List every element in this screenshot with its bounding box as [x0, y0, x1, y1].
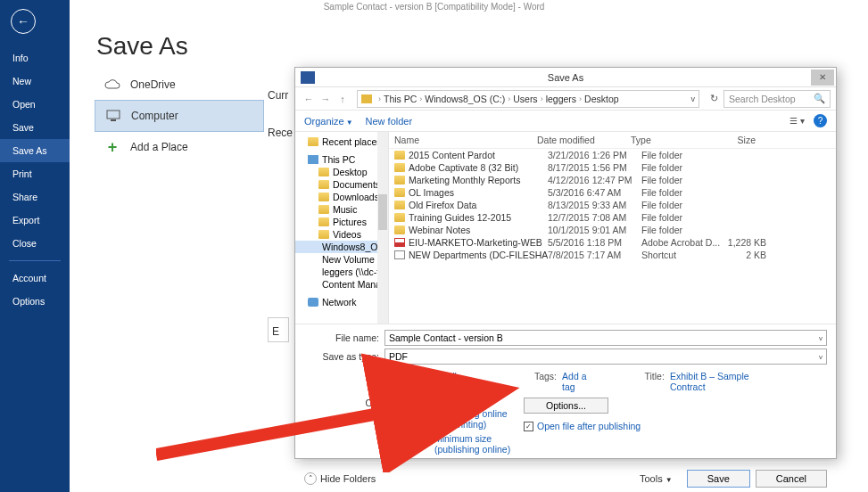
refresh-button[interactable]: ↻ — [710, 93, 718, 104]
sidebar-item-export[interactable]: Export — [0, 209, 70, 232]
col-type[interactable]: Type — [631, 135, 711, 145]
file-type: File folder — [641, 150, 722, 160]
file-row[interactable]: NEW Departments (DC-FILESHARE)7/8/2015 7… — [389, 249, 836, 261]
sidebar-item-new[interactable]: New — [0, 70, 70, 93]
breadcrumb-bar[interactable]: › This PC› Windows8_OS (C:)› Users› legg… — [357, 90, 699, 108]
tree-network[interactable]: Network — [295, 296, 388, 308]
page-title: Save As — [96, 32, 188, 61]
places-list: OneDrive Computer + Add a Place — [95, 70, 264, 162]
tree-recent[interactable]: Recent places — [295, 135, 388, 148]
place-computer[interactable]: Computer — [95, 100, 264, 132]
tools-menu[interactable]: Tools ▼ — [640, 473, 673, 484]
tree-scrollbar[interactable] — [377, 132, 388, 324]
radio-minimum[interactable]: Minimum size (publishing online) — [421, 433, 519, 455]
view-mode-button[interactable]: ☰ ▾ — [789, 116, 805, 126]
file-size: 2 KB — [722, 250, 766, 260]
tree-videos[interactable]: Videos — [295, 228, 388, 241]
file-row[interactable]: Old Firefox Data8/13/2015 9:33 AMFile fo… — [389, 199, 836, 211]
organize-menu[interactable]: Organize▼ — [304, 116, 353, 127]
open-after-checkbox[interactable]: ✓ Open file after publishing — [524, 421, 641, 431]
new-folder-button[interactable]: New folder — [366, 116, 413, 127]
tags-value[interactable]: Add a tag — [562, 371, 599, 392]
tree-desktop[interactable]: Desktop — [295, 166, 388, 178]
file-type: File folder — [641, 212, 722, 223]
dialog-body: Recent places This PC Desktop Documents … — [295, 132, 836, 324]
file-name: Adobe Captivate 8 (32 Bit) — [409, 162, 548, 173]
chevron-up-icon: ˄ — [304, 472, 317, 485]
file-name: Training Guides 12-2015 — [409, 212, 548, 223]
authors-value[interactable]: Farrell Presnell — [430, 371, 490, 392]
radio-icon — [421, 434, 431, 444]
pdf-icon — [394, 238, 405, 247]
sidebar-item-share[interactable]: Share — [0, 185, 70, 209]
sidebar-divider — [9, 260, 61, 261]
tree-documents[interactable]: Documents — [295, 178, 388, 191]
sidebar-item-info[interactable]: Info — [0, 46, 70, 70]
close-button[interactable]: ✕ — [811, 70, 834, 86]
checkbox-icon: ✓ — [524, 422, 533, 431]
plus-icon: + — [103, 140, 121, 154]
file-row[interactable]: EIU-MARKETO-Marketing-WEB5/5/2016 1:18 P… — [389, 236, 836, 249]
sidebar-item-saveas[interactable]: Save As — [0, 139, 70, 162]
sidebar-item-account[interactable]: Account — [0, 266, 70, 290]
chevron-down-icon[interactable]: v — [691, 94, 696, 103]
chevron-down-icon[interactable]: v — [819, 353, 823, 361]
cancel-button[interactable]: Cancel — [756, 470, 827, 488]
file-list-header: Name Date modified Type Size — [389, 132, 836, 149]
chevron-down-icon[interactable]: v — [819, 334, 823, 342]
place-onedrive[interactable]: OneDrive — [95, 70, 264, 100]
place-add[interactable]: + Add a Place — [95, 132, 264, 162]
tree-drive-c[interactable]: Windows8_OS (C:) — [295, 241, 388, 253]
save-button[interactable]: Save — [687, 470, 750, 488]
file-row[interactable]: 2015 Content Pardot3/21/2016 1:26 PMFile… — [389, 149, 836, 161]
tree-netdrive-2[interactable]: Content Manage... — [295, 278, 388, 291]
nav-back-button[interactable]: ← — [301, 91, 317, 107]
folder-icon — [318, 193, 329, 201]
sidebar-item-save[interactable]: Save — [0, 116, 70, 139]
file-type: File folder — [641, 175, 722, 185]
file-row[interactable]: Training Guides 12-201512/7/2015 7:08 AM… — [389, 211, 836, 224]
svg-rect-1 — [111, 119, 116, 121]
pc-icon — [308, 155, 318, 164]
folder-icon — [318, 217, 329, 226]
options-button[interactable]: Options... — [524, 398, 608, 414]
tree-downloads[interactable]: Downloads — [295, 191, 388, 203]
sidebar-item-open[interactable]: Open — [0, 93, 70, 116]
folder-icon — [394, 201, 405, 209]
col-name[interactable]: Name — [394, 135, 537, 145]
help-button[interactable]: ? — [814, 114, 827, 127]
sidebar-item-print[interactable]: Print — [0, 162, 70, 185]
tree-drive-d[interactable]: New Volume (D:) — [295, 253, 388, 266]
file-row[interactable]: Adobe Captivate 8 (32 Bit)8/17/2015 1:56… — [389, 161, 836, 174]
file-row[interactable]: Marketing Monthly Reports4/12/2016 12:47… — [389, 174, 836, 186]
back-arrow-icon: ← — [17, 14, 29, 29]
folder-icon — [318, 168, 329, 176]
file-name: OL Images — [409, 187, 548, 198]
dialog-navbar: ← → ↑ › This PC› Windows8_OS (C:)› Users… — [295, 87, 836, 111]
col-size[interactable]: Size — [711, 135, 756, 145]
file-name: EIU-MARKETO-Marketing-WEB — [409, 237, 548, 248]
file-row[interactable]: OL Images5/3/2016 6:47 AMFile folder — [389, 186, 836, 199]
col-date[interactable]: Date modified — [537, 135, 631, 145]
nav-forward-button[interactable]: → — [318, 91, 334, 107]
dialog-fields: File name: Sample Contact - version B v … — [295, 324, 836, 462]
hidden-panel-fragment: Curr Rece E — [268, 89, 293, 342]
search-input[interactable]: Search Desktop 🔍 — [723, 90, 831, 108]
nav-up-button[interactable]: ↑ — [335, 91, 351, 107]
file-type: File folder — [641, 162, 722, 173]
back-button[interactable]: ← — [11, 9, 36, 34]
file-row[interactable]: Webinar Notes10/1/2015 9:01 AMFile folde… — [389, 224, 836, 236]
sidebar-item-options[interactable]: Options — [0, 290, 70, 313]
tree-thispc[interactable]: This PC — [295, 153, 388, 166]
sidebar-item-close[interactable]: Close — [0, 232, 70, 255]
tree-music[interactable]: Music — [295, 203, 388, 216]
filetype-select[interactable]: PDF v — [384, 348, 827, 365]
title-value[interactable]: Exhibit B – Sample Contract — [670, 371, 782, 392]
radio-standard[interactable]: Standard (publishing online and printing… — [421, 398, 519, 430]
hide-folders-button[interactable]: ˄ Hide Folders — [304, 472, 376, 485]
tree-pictures[interactable]: Pictures — [295, 216, 388, 228]
tree-netdrive-1[interactable]: leggers (\\dc-file... — [295, 266, 388, 278]
folder-icon — [394, 226, 405, 234]
filename-input[interactable]: Sample Contact - version B v — [384, 330, 827, 346]
search-placeholder: Search Desktop — [729, 94, 796, 104]
